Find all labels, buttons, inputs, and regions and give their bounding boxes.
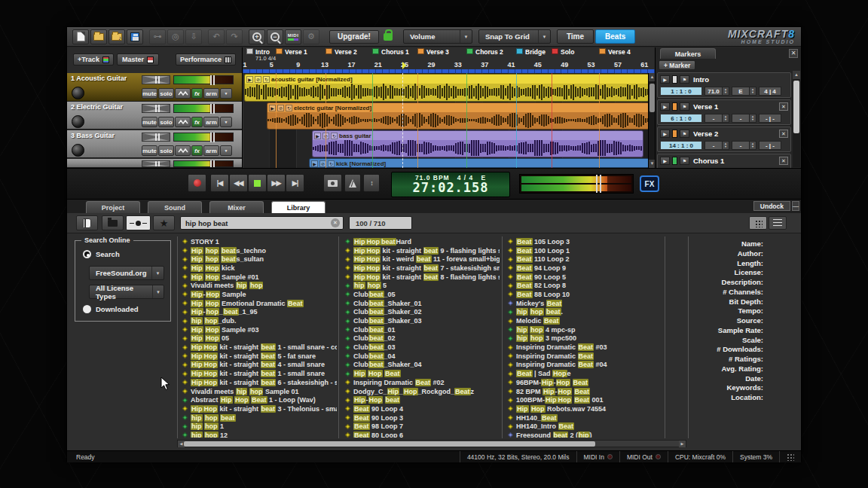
arm-button[interactable]: arm <box>203 88 219 99</box>
library-item[interactable]: Freesound beat 2 (hip) <box>507 431 662 438</box>
library-item[interactable]: HipHop kit - straight beat 1 - small sna… <box>182 343 337 352</box>
library-item[interactable]: Mickey's Beat <box>507 299 662 308</box>
zoom-out-button[interactable]: − <box>267 29 283 44</box>
volume-slider[interactable] <box>173 160 234 167</box>
scroll-right-icon[interactable]: ▶ <box>679 441 686 447</box>
tab-sound[interactable]: Sound <box>148 201 202 213</box>
track-row[interactable]: 1 Acoustic Guitarmutesolofxarm▼ <box>67 73 242 102</box>
marker-row[interactable]: ▶⚑Chorus 1✕▲▼▲▼ <box>657 154 791 168</box>
library-item[interactable]: Beat | Sad Hope <box>507 369 662 378</box>
library-item[interactable]: Hip hop beats_techno <box>182 246 337 255</box>
fx-button[interactable]: fx <box>191 117 203 127</box>
mute-button[interactable]: mute <box>142 88 157 99</box>
library-item[interactable]: Beat 90 Loop 3 <box>344 413 500 422</box>
play-marker-icon[interactable]: ▶ <box>660 130 670 138</box>
section-marker-flag[interactable]: Verse 1 <box>276 48 307 60</box>
open-project-button[interactable] <box>90 29 107 44</box>
search-radio[interactable]: Search <box>83 250 120 258</box>
spinner-arrows-icon[interactable]: ▲▼ <box>723 87 729 96</box>
grid-view-button[interactable] <box>749 216 767 230</box>
new-project-button[interactable] <box>72 29 89 44</box>
pan-slider[interactable] <box>142 160 170 167</box>
marker-row[interactable]: ▶⚑Verse 1✕6 : 1 : 0-▲▼-▲▼- | - <box>657 99 791 125</box>
audio-clip[interactable]: ▶⊘↻acoustic guitar [Normalized] <box>244 74 649 102</box>
volume-handle[interactable] <box>210 104 212 114</box>
track-options-chevron[interactable]: ▼ <box>220 145 232 156</box>
library-item[interactable]: Inspiring Dramatic Beat #02 <box>344 378 500 387</box>
library-item[interactable]: Clubbeat_Shaker_01 <box>344 299 500 308</box>
loop-icon[interactable]: ↻ <box>263 76 270 83</box>
scroll-up-icon[interactable]: ▲ <box>793 71 800 79</box>
marker-tempo-spinner[interactable]: 71.0▲▼ <box>704 87 729 96</box>
library-item[interactable]: Hip-hop_beat_1_95 <box>182 308 337 317</box>
instrument-icon[interactable] <box>72 87 84 99</box>
timeline-ruler[interactable]: 15913172125293337414549535761Intro71.0 4… <box>243 47 656 73</box>
flag-icon[interactable]: ⚑ <box>680 75 689 84</box>
library-item[interactable]: HipHop kit - straight beat 4 - small sna… <box>182 361 337 370</box>
results-horizontal-scrollbar[interactable]: ◀ ▶ <box>177 440 686 447</box>
library-item[interactable]: hip hop beat. <box>507 308 662 317</box>
scrollbar-thumb[interactable] <box>793 81 799 133</box>
add-track-button[interactable]: +Track <box>73 53 114 66</box>
record-button[interactable] <box>188 174 206 192</box>
pan-handle[interactable] <box>155 133 157 141</box>
timeline-vertical-scrollbar[interactable]: ▲ ▼ <box>648 73 655 168</box>
volume-slider[interactable] <box>173 133 234 142</box>
marker-time-field[interactable]: 6 : 1 : 0 <box>660 114 702 123</box>
snap-dropdown[interactable]: Snap To Grid ▼ <box>478 29 551 44</box>
beats-mode-button[interactable]: Beats <box>595 29 635 44</box>
marker-color-swatch[interactable] <box>672 157 677 165</box>
library-item[interactable]: Hip Hop Robots.wav 74554 <box>507 404 662 413</box>
library-item[interactable]: HipHop kit - straight beat 8 - flashing … <box>344 273 500 282</box>
library-item[interactable]: Beat 80 Loop 6 <box>344 431 500 438</box>
add-marker-button[interactable]: + Marker <box>659 60 695 70</box>
volume-handle[interactable] <box>210 133 212 142</box>
library-item[interactable]: Beat 94 Loop 9 <box>507 264 662 273</box>
spinner-arrows-icon[interactable]: ▲▼ <box>750 141 756 150</box>
library-item[interactable]: HH140_Intro Beat <box>507 422 662 431</box>
marker-color-swatch[interactable] <box>672 75 677 84</box>
library-item[interactable]: Vivaldi meets hip hop Sample 01 <box>182 387 337 396</box>
audio-clip[interactable]: ▶⊘↻bass guitar <box>312 130 643 157</box>
track-options-chevron[interactable]: ▼ <box>220 117 232 127</box>
section-marker-flag[interactable]: Verse 4 <box>599 48 631 60</box>
mute-clip-icon[interactable]: ⊘ <box>319 160 326 167</box>
master-track-button[interactable]: Master <box>117 53 159 66</box>
pan-slider[interactable] <box>142 75 170 84</box>
library-item[interactable]: HipHop kit - straight beat 1 - small sna… <box>182 369 337 378</box>
library-item[interactable]: Hip Hop Emotional Dramatic Beat <box>182 299 337 308</box>
marker-signature-field[interactable]: 4 | 4 <box>759 87 781 96</box>
library-item[interactable]: Hip Hop Sample #01 <box>182 273 337 282</box>
library-item[interactable]: Beat 90 Loop 4 <box>344 404 500 413</box>
section-marker-flag[interactable]: Verse 2 <box>326 48 357 60</box>
marker-close-button[interactable]: ✕ <box>779 157 788 165</box>
tab-project[interactable]: Project <box>86 201 140 213</box>
volume-handle[interactable] <box>213 104 215 114</box>
library-item[interactable]: STORY 1 <box>182 237 337 246</box>
pan-handle[interactable] <box>155 105 157 112</box>
library-item[interactable]: Clubbeat_Shaker_04 <box>344 361 500 370</box>
audio-clip[interactable]: ▶⊘↻kick [Normalized] <box>309 158 649 168</box>
list-view-button[interactable] <box>769 216 787 230</box>
track-row[interactable]: 2 Electric Guitarmutesolofxarm▼ <box>67 102 242 130</box>
volume-handle[interactable] <box>213 133 215 142</box>
library-item[interactable]: hip hop_dub. <box>182 316 337 325</box>
punch-in-out-button[interactable]: ↕ <box>363 174 380 192</box>
zoom-in-button[interactable]: + <box>249 29 265 44</box>
library-item[interactable]: HipHop kit - straight beat 5 - fat snare <box>182 352 337 361</box>
arm-button[interactable]: arm <box>203 145 219 156</box>
marker-key-spinner[interactable]: -▲▼ <box>732 114 756 123</box>
loop-icon[interactable]: ↻ <box>286 105 292 111</box>
track-row-partial[interactable] <box>67 159 242 168</box>
marker-close-button[interactable]: ✕ <box>779 102 788 111</box>
flag-icon[interactable]: ⚑ <box>680 157 689 165</box>
instrument-icon[interactable] <box>72 115 84 128</box>
flag-icon[interactable]: ⚑ <box>680 130 689 138</box>
import-audio-button[interactable] <box>108 29 125 44</box>
tab-mixer[interactable]: Mixer <box>209 201 264 213</box>
library-item[interactable]: HipHop kit - straight beat 3 - Thelonius… <box>182 404 337 413</box>
marker-tempo-spinner[interactable]: -▲▼ <box>704 141 729 150</box>
playhead-caret[interactable] <box>402 62 406 69</box>
library-item[interactable]: Beat 82 Loop 8 <box>507 281 662 290</box>
library-item[interactable]: Vivaldi meets hip hop <box>182 281 337 290</box>
